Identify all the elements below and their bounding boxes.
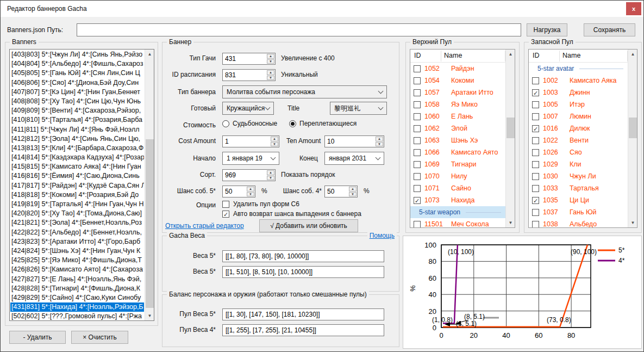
scroll-down-icon[interactable]: ▼ — [628, 218, 637, 227]
path-input[interactable] — [77, 23, 521, 36]
banner-list-item[interactable]: [408|808] 5*:[Ху Тао] 4*:[Син Цю,Чун Юнь — [10, 97, 144, 106]
sort-input[interactable] — [223, 170, 266, 181]
pool-item-row[interactable]: 1029Кли — [529, 158, 628, 170]
pool-item-row[interactable]: 1002Камисато Аяка — [529, 75, 628, 87]
scroll-up-icon[interactable]: ▲ — [145, 50, 154, 59]
open-old-editor-link[interactable]: Открыть старый редактор — [165, 222, 244, 230]
pool5-weights-input[interactable] — [222, 308, 384, 320]
banner-list-item[interactable]: [425|825] 5*:[Яэ Мико] 4*:[Фишль,Диона,Т — [10, 256, 144, 265]
banner-list-item[interactable]: [428|828] 5*:[Тигнари] 4*:[Фишль,Диона,К — [10, 284, 144, 293]
weights5a-input[interactable] — [222, 250, 384, 262]
checkbox-icon[interactable] — [532, 137, 539, 144]
option-auto-return-checkbox[interactable]: Авто возврат шанса выпадения с баннера — [222, 210, 361, 218]
banner-list-item[interactable]: [423|823] 5*:[Аратаки Итто] 4*:[Горо,Бар… — [10, 237, 144, 246]
banner-list-item[interactable]: [414|814] 5*:[Каэдэхара Кадзуха] 4*:[Роз… — [10, 153, 144, 162]
checkbox-checked-icon[interactable] — [414, 197, 421, 204]
banner-list-item[interactable]: [424|824] 5*:[Шэнь Хэ] 4*:[Нин Гуан,Чун … — [10, 246, 144, 256]
checkbox-icon[interactable] — [414, 185, 421, 192]
banners-scrollbar[interactable]: ▲ ▼ — [145, 50, 154, 320]
pool-item-row[interactable]: 1052Райдэн — [410, 63, 505, 75]
banner-list-item[interactable]: [429|829] 5*:[Сайно] 4*:[Саю,Куки Синобу — [10, 293, 144, 302]
pool-item-row[interactable]: 1060Е Лань — [410, 110, 505, 122]
spin-up-icon[interactable]: ▲ — [271, 137, 278, 141]
cost-radio-fate[interactable]: Судьбоносные — [222, 120, 277, 127]
banner-list-item[interactable]: [410|810] 5*:[Тарталья] 4*:[Розария,Барб… — [10, 115, 144, 125]
checkbox-icon[interactable] — [414, 173, 421, 180]
banner-list-item[interactable]: [413|813] 5*:[Кли] 4*:[Барбара,Сахароза,… — [10, 144, 144, 153]
banner-list-item[interactable]: [404|804] 5*:[Альбедо] 4*:[Фишль,Сахароз — [10, 59, 144, 69]
begin-date-select[interactable]: 1 января 19 — [222, 152, 279, 165]
pool-item-row[interactable]: 1033Тарталья — [529, 182, 628, 194]
pool-item-row[interactable]: 1058Яэ Мико — [410, 98, 505, 110]
checkbox-checked-icon[interactable] — [532, 197, 539, 204]
spin-up-icon[interactable]: ▲ — [267, 170, 274, 175]
checkbox-icon[interactable] — [414, 89, 421, 96]
pool-item-row[interactable]: 11501Меч Сокола — [410, 218, 505, 227]
checkbox-icon[interactable] — [532, 209, 539, 216]
banner-list-item[interactable]: [419|819] 5*:[Тарталья] 4*:[Нин Гуан,Чун… — [10, 200, 144, 209]
banner-list-item[interactable]: [403|803] 5*:[Чжун Ли] 4*:[Синь Янь,Рэйз… — [10, 50, 144, 59]
pool-item-row[interactable]: 1022Венти — [529, 134, 628, 146]
checkbox-icon[interactable] — [414, 65, 421, 72]
banner-list-item[interactable]: [427|827] 5*:[Е Лань] 4*:[Ноэлль,Янь Фэй… — [10, 275, 144, 284]
pool-item-row[interactable]: 1054Кокоми — [410, 75, 505, 87]
banner-list-item[interactable]: [405|805] 5*:[Гань Юй] 4*:[Сян Лин,Син Ц — [10, 69, 144, 78]
weights5b-input[interactable] — [222, 266, 384, 278]
spin-down-icon[interactable]: ▼ — [271, 142, 278, 147]
scroll-up-icon[interactable]: ▲ — [506, 50, 515, 59]
cost-radio-intertwined[interactable]: Переплетающиеся — [289, 120, 357, 127]
spin-down-icon[interactable]: ▼ — [267, 76, 274, 81]
spin-down-icon[interactable]: ▼ — [376, 142, 383, 147]
checkbox-icon[interactable] — [414, 221, 421, 228]
checkbox-icon[interactable] — [532, 149, 539, 156]
clear-banners-button[interactable]: × Очистить — [71, 331, 128, 344]
checkbox-icon[interactable] — [532, 185, 539, 192]
banner-list-item[interactable]: [502|602] 5*:[???,Громовой пульс] 4*:[Рж… — [10, 312, 144, 320]
pool-item-row[interactable]: 1069Тигнари — [410, 158, 505, 170]
column-name[interactable]: Name — [562, 52, 580, 59]
pool-item-row[interactable]: 1073Нахида — [410, 194, 505, 206]
checkbox-icon[interactable] — [414, 149, 421, 156]
checkbox-icon[interactable] — [414, 77, 421, 84]
pool-item-row[interactable]: 1062Элой — [410, 122, 505, 134]
scroll-thumb[interactable] — [629, 118, 637, 138]
checkbox-icon[interactable] — [532, 221, 539, 228]
ten-amount-input[interactable] — [325, 136, 375, 147]
reserve-pool-scrollbar[interactable]: ▲ ▼ — [628, 50, 637, 227]
checkbox-icon[interactable] — [532, 173, 539, 180]
checkbox-icon[interactable] — [532, 161, 539, 168]
column-id[interactable]: ID — [533, 52, 540, 59]
banner-type-select[interactable]: Молитва события персонажа — [222, 85, 387, 98]
column-id[interactable]: ID — [414, 52, 421, 59]
checkbox-icon[interactable] — [414, 137, 421, 144]
checkbox-checked-icon[interactable] — [532, 125, 539, 132]
prefab-select[interactable]: Кружащийся л — [222, 102, 274, 115]
checkbox-icon[interactable] — [414, 125, 421, 132]
chance5-input[interactable] — [223, 186, 246, 197]
spin-down-icon[interactable]: ▼ — [247, 192, 254, 197]
checkbox-icon[interactable] — [414, 101, 421, 108]
pool-section-header[interactable]: 5-star avatar — [529, 63, 628, 75]
banner-list-item[interactable]: [426|826] 5*:[Камисато Аято] 4*:[Сахароз… — [10, 265, 144, 274]
spin-down-icon[interactable]: ▼ — [267, 176, 274, 181]
checkbox-icon[interactable] — [532, 77, 539, 84]
column-name[interactable]: Name — [444, 52, 462, 59]
spin-down-icon[interactable]: ▼ — [349, 192, 357, 197]
scroll-up-icon[interactable]: ▲ — [628, 50, 637, 59]
banner-list-item[interactable]: [412|812] 5*:[Эола] 4*:[Синь Янь,Син Цю, — [10, 134, 144, 144]
banner-list-item[interactable]: [409|809] 5*:[Венти] 4*:[Сахароза,Рэйзор… — [10, 106, 144, 115]
spin-up-icon[interactable]: ▲ — [247, 187, 254, 192]
title-select[interactable]: 黎明巡礼 — [330, 102, 387, 115]
help-link[interactable]: Помощь — [367, 232, 397, 239]
save-button[interactable]: Сохранять — [584, 23, 635, 36]
banner-list-item[interactable]: [415|815] 5*:[Камисато Аяка] 4*:[Нин Гуа… — [10, 162, 144, 171]
gacha-type-input[interactable] — [223, 53, 266, 64]
pool-section-header[interactable]: 5-star weapon — [410, 206, 505, 218]
option-remove-c6-checkbox[interactable]: Удалить пул форм С6 — [222, 200, 299, 208]
load-button[interactable]: Нагрузка — [527, 23, 567, 36]
checkbox-checked-icon[interactable] — [532, 89, 539, 96]
banner-list-item[interactable]: [431|831] 5*:[Нахида] 4*:[Ноэлль,Рэйзор,… — [10, 302, 144, 312]
pool-item-row[interactable]: 1037Гань Юй — [529, 206, 628, 218]
end-date-select[interactable]: января 2031 — [324, 152, 384, 165]
spin-down-icon[interactable]: ▼ — [267, 59, 274, 64]
